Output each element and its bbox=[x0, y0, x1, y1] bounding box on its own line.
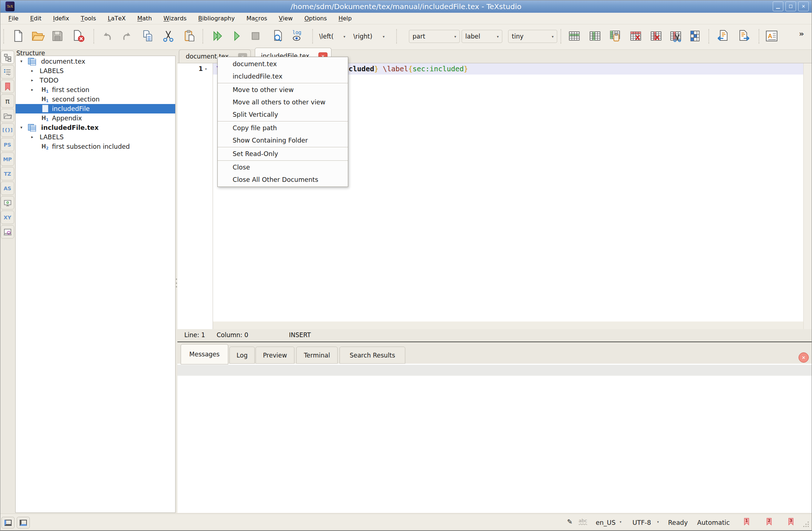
symbols-panel-button[interactable]: π bbox=[1, 94, 14, 108]
open-button[interactable] bbox=[30, 28, 46, 44]
add-column-button[interactable] bbox=[587, 28, 603, 44]
menu-idefix[interactable]: Idefix bbox=[47, 13, 75, 24]
align-columns-button[interactable] bbox=[687, 28, 703, 44]
tree-item[interactable]: ▾document.tex bbox=[16, 57, 175, 66]
remove-column-button[interactable] bbox=[648, 28, 664, 44]
files-panel-button[interactable] bbox=[1, 109, 14, 122]
splitter-handle[interactable] bbox=[176, 279, 177, 287]
context-menu-item-includedfile-tex[interactable]: includedFile.tex bbox=[218, 70, 348, 83]
new-document-button[interactable] bbox=[10, 28, 26, 44]
context-menu-item-show-containing-folder[interactable]: Show Containing Folder bbox=[218, 134, 348, 147]
maximize-button[interactable] bbox=[785, 1, 796, 11]
tree-item[interactable]: ▾includedFile.tex bbox=[16, 123, 175, 132]
menu-tools[interactable]: Tools bbox=[75, 13, 102, 24]
context-menu-item-split-vertically[interactable]: Split Vertically bbox=[218, 108, 348, 121]
tree-item[interactable]: ▸H1first section bbox=[16, 85, 175, 95]
context-menu-item-set-read-only[interactable]: Set Read-Only bbox=[218, 148, 348, 160]
context-menu-item-copy-file-path[interactable]: Copy file path bbox=[218, 122, 348, 134]
close-bottom-panel-button[interactable]: ✕ bbox=[799, 352, 809, 363]
format-button[interactable]: A bbox=[764, 28, 780, 44]
find-button[interactable] bbox=[270, 28, 286, 44]
context-menu-item-close[interactable]: Close bbox=[218, 161, 348, 173]
save-button[interactable] bbox=[49, 28, 65, 44]
preview-panel-button[interactable] bbox=[1, 225, 14, 239]
tree-item[interactable]: ▸TODO bbox=[16, 76, 175, 85]
menu-file[interactable]: File bbox=[3, 13, 24, 24]
tree-item[interactable]: ▸LABELS bbox=[16, 66, 175, 76]
paste-column-button[interactable] bbox=[607, 28, 623, 44]
copy-button[interactable] bbox=[140, 28, 156, 44]
bottom-tab-terminal[interactable]: Terminal bbox=[296, 347, 338, 364]
asymptote-panel-button[interactable]: AS bbox=[1, 181, 14, 195]
bottom-tab-log[interactable]: Log bbox=[229, 347, 255, 364]
tree-item[interactable]: H1second section bbox=[16, 95, 175, 104]
expand-arrow-icon[interactable]: ▸ bbox=[31, 132, 36, 142]
brackets-panel-button[interactable]: [{}] bbox=[1, 123, 14, 137]
stop-button[interactable] bbox=[248, 28, 264, 44]
redo-button[interactable] bbox=[120, 28, 136, 44]
fold-arrow-icon[interactable]: ▾ bbox=[205, 63, 207, 75]
tree-item[interactable]: ▸LABELS bbox=[16, 132, 175, 142]
undo-button[interactable] bbox=[99, 28, 114, 44]
fontsize-combo[interactable]: tiny▾ bbox=[508, 30, 557, 43]
editor-vscrollbar[interactable] bbox=[803, 63, 812, 329]
tree-item[interactable]: H1Appendix bbox=[16, 113, 175, 123]
menu-edit[interactable]: Edit bbox=[24, 13, 47, 24]
tikz-panel-button[interactable]: TZ bbox=[1, 167, 14, 180]
menu-help[interactable]: Help bbox=[333, 13, 357, 24]
bookmark-flag-2[interactable]: 2 bbox=[766, 518, 772, 526]
right-delimiter-combo[interactable]: \right)▾ bbox=[350, 30, 388, 43]
menu-bibliography[interactable]: Bibliography bbox=[192, 13, 241, 24]
metapost-panel-button[interactable]: MP bbox=[1, 152, 14, 166]
menu-options[interactable]: Options bbox=[298, 13, 333, 24]
structure-panel-button[interactable] bbox=[1, 51, 14, 64]
cut-column-button[interactable] bbox=[668, 28, 684, 44]
sectioning-combo[interactable]: part▾ bbox=[409, 30, 460, 43]
todo-panel-button[interactable] bbox=[1, 65, 14, 79]
collapse-arrow-icon[interactable]: ▾ bbox=[20, 57, 25, 66]
add-row-button[interactable] bbox=[566, 28, 582, 44]
pstricks-panel-button[interactable]: PS bbox=[1, 138, 14, 151]
resize-grip[interactable] bbox=[803, 521, 811, 529]
expand-arrow-icon[interactable]: ▸ bbox=[31, 66, 36, 76]
context-menu-item-close-all-other-documents[interactable]: Close All Other Documents bbox=[218, 173, 348, 186]
run-all-button[interactable] bbox=[210, 28, 226, 44]
bookmark-flag-1[interactable]: 1 bbox=[744, 518, 749, 526]
context-menu-item-move-all-others-to-other-view[interactable]: Move all others to other view bbox=[218, 96, 348, 108]
language-selector[interactable]: en_US bbox=[596, 517, 616, 528]
bookmarks-panel-button[interactable] bbox=[1, 80, 14, 93]
paste-button[interactable] bbox=[181, 28, 197, 44]
cut-button[interactable] bbox=[160, 28, 176, 44]
toolbar-overflow-chevron[interactable]: » bbox=[799, 29, 804, 38]
bottom-tab-search-results[interactable]: Search Results bbox=[339, 347, 405, 364]
menu-view[interactable]: View bbox=[273, 13, 298, 24]
close-button[interactable]: ✕ bbox=[798, 1, 809, 11]
expand-arrow-icon[interactable]: ▸ bbox=[31, 76, 36, 85]
next-document-button[interactable] bbox=[736, 28, 752, 44]
bottom-tab-messages[interactable]: Messages bbox=[181, 344, 228, 364]
editor-hscrollbar[interactable] bbox=[213, 322, 812, 329]
line-ending-selector[interactable]: Automatic bbox=[697, 517, 730, 528]
bottom-tab-preview[interactable]: Preview bbox=[256, 347, 294, 364]
expand-arrow-icon[interactable]: ▸ bbox=[31, 85, 36, 95]
menu-wizards[interactable]: Wizards bbox=[158, 13, 193, 24]
menu-latex[interactable]: LaTeX bbox=[102, 13, 131, 24]
spellcheck-icon[interactable]: abc bbox=[579, 518, 587, 523]
minimize-button[interactable] bbox=[773, 1, 783, 11]
bookmark-flag-3[interactable]: 3 bbox=[788, 518, 794, 526]
label-combo[interactable]: label▾ bbox=[462, 30, 502, 43]
collapse-arrow-icon[interactable]: ▾ bbox=[20, 123, 25, 132]
previous-document-button[interactable] bbox=[715, 28, 731, 44]
close-document-button[interactable] bbox=[71, 28, 87, 44]
overwrite-indicator-icon[interactable]: ✎ bbox=[567, 518, 572, 526]
remove-row-button[interactable] bbox=[628, 28, 644, 44]
xy-panel-button[interactable]: XY bbox=[1, 211, 14, 224]
context-menu-item-move-to-other-view[interactable]: Move to other view bbox=[218, 84, 348, 96]
toggle-sidebar-button[interactable] bbox=[1, 517, 15, 528]
context-menu-item-document-tex[interactable]: document.tex bbox=[218, 58, 348, 70]
beamer-panel-button[interactable] bbox=[1, 196, 14, 209]
view-log-button[interactable]: log bbox=[289, 28, 305, 44]
menu-macros[interactable]: Macros bbox=[241, 13, 273, 24]
run-button[interactable] bbox=[229, 28, 245, 44]
encoding-selector[interactable]: UTF-8 bbox=[632, 517, 651, 528]
